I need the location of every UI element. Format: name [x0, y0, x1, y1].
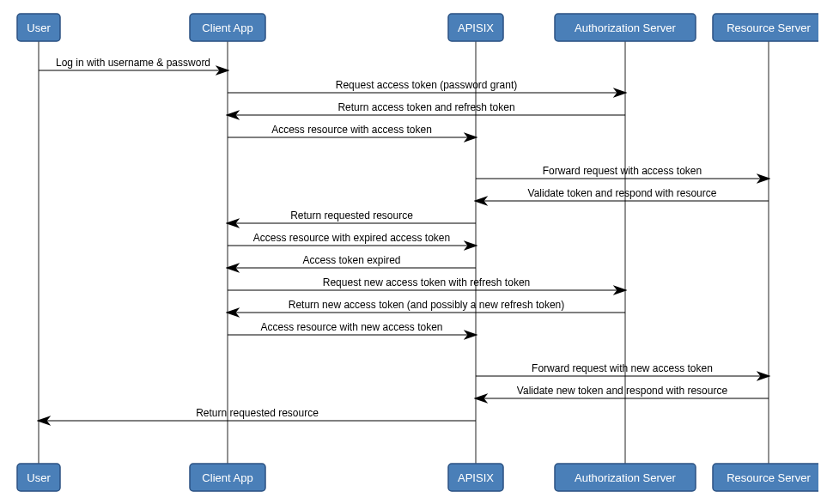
message-m6: Validate token and respond with resource	[528, 187, 717, 199]
message-m5: Forward request with access token	[543, 165, 702, 177]
message-m7: Return requested resource	[290, 209, 413, 222]
message-m3: Return access token and refresh token	[337, 101, 514, 113]
participant-label-resource: Resource Server	[727, 471, 811, 484]
message-m11: Return new access token (and possibly a …	[289, 299, 565, 311]
message-m13: Forward request with new access token	[532, 362, 713, 374]
participant-label-auth: Authorization Server	[575, 21, 676, 34]
participant-label-user: User	[27, 21, 51, 34]
message-m2: Request access token (password grant)	[336, 79, 517, 91]
message-m15: Return requested resource	[196, 407, 319, 419]
message-m1: Log in with username & password	[56, 57, 210, 69]
participant-label-apisix: APISIX	[458, 471, 494, 484]
message-m8: Access resource with expired access toke…	[253, 232, 450, 244]
message-m4: Access resource with access token	[271, 124, 432, 136]
message-m10: Request new access token with refresh to…	[323, 276, 530, 288]
message-m9: Access token expired	[302, 254, 400, 266]
participant-label-user: User	[27, 471, 51, 484]
participant-label-apisix: APISIX	[458, 21, 494, 34]
participant-label-resource: Resource Server	[727, 21, 811, 34]
sequence-diagram: UserClient AppAPISIXAuthorization Server…	[9, 9, 818, 495]
participant-label-client: Client App	[202, 21, 252, 34]
participant-label-client: Client App	[202, 471, 252, 484]
message-m12: Access resource with new access token	[260, 321, 442, 333]
message-m14: Validate new token and respond with reso…	[517, 385, 728, 397]
participant-label-auth: Authorization Server	[575, 471, 676, 484]
